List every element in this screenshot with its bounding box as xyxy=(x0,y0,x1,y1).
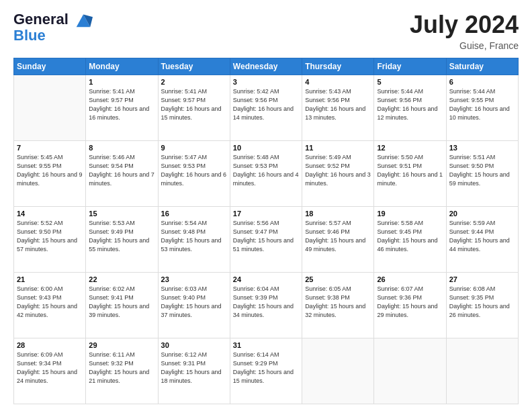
day-number: 26 xyxy=(377,275,443,283)
sunrise-text: Sunrise: 6:11 AM xyxy=(89,351,135,358)
sunset-text: Sunset: 9:55 PM xyxy=(17,163,62,169)
day-number: 12 xyxy=(377,144,443,152)
sunrise-text: Sunrise: 5:44 AM xyxy=(449,88,496,95)
calendar-cell: 13Sunrise: 5:51 AMSunset: 9:50 PMDayligh… xyxy=(446,141,518,207)
daylight-text: Daylight: 15 hours and 15 minutes. xyxy=(233,369,294,384)
day-info: Sunrise: 5:45 AMSunset: 9:55 PMDaylight:… xyxy=(17,153,83,188)
sunset-text: Sunset: 9:40 PM xyxy=(161,294,206,301)
day-number: 10 xyxy=(233,144,299,152)
sunrise-text: Sunrise: 5:47 AM xyxy=(161,154,208,161)
calendar-cell: 2Sunrise: 5:41 AMSunset: 9:57 PMDaylight… xyxy=(158,75,230,141)
day-number: 4 xyxy=(305,78,371,86)
calendar-cell: 20Sunrise: 5:59 AMSunset: 9:44 PMDayligh… xyxy=(446,207,518,273)
day-info: Sunrise: 6:11 AMSunset: 9:32 PMDaylight:… xyxy=(89,351,154,385)
calendar-cell: 26Sunrise: 6:07 AMSunset: 9:36 PMDayligh… xyxy=(374,273,446,338)
day-info: Sunrise: 5:41 AMSunset: 9:57 PMDaylight:… xyxy=(89,87,154,122)
day-number: 7 xyxy=(17,144,83,152)
calendar-cell: 10Sunrise: 5:48 AMSunset: 9:53 PMDayligh… xyxy=(230,141,302,207)
day-number: 14 xyxy=(17,210,83,218)
day-number: 24 xyxy=(233,275,299,283)
day-info: Sunrise: 6:09 AMSunset: 9:34 PMDaylight:… xyxy=(17,351,83,385)
daylight-text: Daylight: 16 hours and 14 minutes. xyxy=(233,105,294,121)
day-number: 20 xyxy=(449,210,515,218)
calendar-cell: 23Sunrise: 6:03 AMSunset: 9:40 PMDayligh… xyxy=(158,273,230,338)
day-info: Sunrise: 6:05 AMSunset: 9:38 PMDaylight:… xyxy=(305,285,371,320)
day-number: 6 xyxy=(449,78,515,86)
sunset-text: Sunset: 9:45 PM xyxy=(377,228,422,235)
day-number: 5 xyxy=(377,78,443,86)
sunset-text: Sunset: 9:57 PM xyxy=(161,97,206,103)
sunset-text: Sunset: 9:55 PM xyxy=(449,97,494,103)
sunrise-text: Sunrise: 5:56 AM xyxy=(233,220,279,226)
calendar-cell: 25Sunrise: 6:05 AMSunset: 9:38 PMDayligh… xyxy=(302,273,374,338)
sunrise-text: Sunrise: 6:02 AM xyxy=(89,285,135,292)
daylight-text: Daylight: 15 hours and 51 minutes. xyxy=(233,237,294,253)
daylight-text: Daylight: 15 hours and 26 minutes. xyxy=(449,303,510,318)
day-info: Sunrise: 5:42 AMSunset: 9:56 PMDaylight:… xyxy=(233,87,299,122)
daylight-text: Daylight: 15 hours and 42 minutes. xyxy=(17,303,77,318)
sunrise-text: Sunrise: 6:07 AM xyxy=(377,285,423,292)
sunset-text: Sunset: 9:44 PM xyxy=(449,228,494,235)
logo-icon xyxy=(74,11,93,30)
day-number: 8 xyxy=(89,144,154,152)
day-number: 18 xyxy=(305,210,371,218)
calendar-cell: 7Sunrise: 5:45 AMSunset: 9:55 PMDaylight… xyxy=(14,141,86,207)
day-info: Sunrise: 5:47 AMSunset: 9:53 PMDaylight:… xyxy=(161,153,227,188)
calendar-week-row: 21Sunrise: 6:00 AMSunset: 9:43 PMDayligh… xyxy=(14,273,519,338)
sunset-text: Sunset: 9:43 PM xyxy=(17,294,62,301)
daylight-text: Daylight: 15 hours and 44 minutes. xyxy=(449,237,510,253)
day-number: 17 xyxy=(233,210,299,218)
sunset-text: Sunset: 9:31 PM xyxy=(161,360,206,367)
day-number: 2 xyxy=(161,78,227,86)
sunset-text: Sunset: 9:32 PM xyxy=(89,360,134,367)
col-monday: Monday xyxy=(86,58,158,75)
col-wednesday: Wednesday xyxy=(230,58,302,75)
calendar-cell: 3Sunrise: 5:42 AMSunset: 9:56 PMDaylight… xyxy=(230,75,302,141)
day-info: Sunrise: 5:58 AMSunset: 9:45 PMDaylight:… xyxy=(377,219,443,254)
sunrise-text: Sunrise: 6:04 AM xyxy=(233,285,279,292)
sunset-text: Sunset: 9:34 PM xyxy=(17,360,62,367)
day-number: 31 xyxy=(233,341,299,349)
sunset-text: Sunset: 9:47 PM xyxy=(233,228,278,235)
calendar-cell: 11Sunrise: 5:49 AMSunset: 9:52 PMDayligh… xyxy=(302,141,374,207)
day-info: Sunrise: 6:02 AMSunset: 9:41 PMDaylight:… xyxy=(89,285,154,320)
calendar-cell: 19Sunrise: 5:58 AMSunset: 9:45 PMDayligh… xyxy=(374,207,446,273)
daylight-text: Daylight: 15 hours and 53 minutes. xyxy=(161,237,222,253)
sunset-text: Sunset: 9:41 PM xyxy=(89,294,134,301)
day-info: Sunrise: 5:41 AMSunset: 9:57 PMDaylight:… xyxy=(161,87,227,122)
calendar-cell: 8Sunrise: 5:46 AMSunset: 9:54 PMDaylight… xyxy=(86,141,158,207)
calendar-week-row: 14Sunrise: 5:52 AMSunset: 9:50 PMDayligh… xyxy=(14,207,519,273)
sunset-text: Sunset: 9:54 PM xyxy=(89,163,134,169)
day-number: 16 xyxy=(161,210,227,218)
daylight-text: Daylight: 15 hours and 29 minutes. xyxy=(377,303,437,318)
page: General Blue July 2024 Guise, France Sun… xyxy=(0,0,532,411)
sunset-text: Sunset: 9:39 PM xyxy=(233,294,278,301)
day-info: Sunrise: 5:52 AMSunset: 9:50 PMDaylight:… xyxy=(17,219,83,254)
day-info: Sunrise: 6:00 AMSunset: 9:43 PMDaylight:… xyxy=(17,285,83,320)
sunrise-text: Sunrise: 6:14 AM xyxy=(233,351,279,358)
day-info: Sunrise: 6:04 AMSunset: 9:39 PMDaylight:… xyxy=(233,285,299,320)
calendar-cell: 28Sunrise: 6:09 AMSunset: 9:34 PMDayligh… xyxy=(14,338,86,404)
daylight-text: Daylight: 15 hours and 21 minutes. xyxy=(89,369,149,384)
sunrise-text: Sunrise: 5:52 AM xyxy=(17,220,63,226)
day-number: 28 xyxy=(17,341,83,349)
calendar-cell: 17Sunrise: 5:56 AMSunset: 9:47 PMDayligh… xyxy=(230,207,302,273)
day-number: 11 xyxy=(305,144,371,152)
day-info: Sunrise: 5:54 AMSunset: 9:48 PMDaylight:… xyxy=(161,219,227,254)
sunset-text: Sunset: 9:56 PM xyxy=(305,97,350,103)
sunrise-text: Sunrise: 5:59 AM xyxy=(449,220,496,226)
sunrise-text: Sunrise: 5:57 AM xyxy=(305,220,351,226)
sunset-text: Sunset: 9:53 PM xyxy=(161,163,206,169)
sunrise-text: Sunrise: 5:44 AM xyxy=(377,88,423,95)
day-info: Sunrise: 5:44 AMSunset: 9:56 PMDaylight:… xyxy=(377,87,443,122)
day-info: Sunrise: 5:53 AMSunset: 9:49 PMDaylight:… xyxy=(89,219,154,254)
day-info: Sunrise: 6:14 AMSunset: 9:29 PMDaylight:… xyxy=(233,351,299,385)
daylight-text: Daylight: 15 hours and 59 minutes. xyxy=(449,171,510,187)
title-block: July 2024 Guise, France xyxy=(410,11,519,51)
daylight-text: Daylight: 15 hours and 55 minutes. xyxy=(89,237,149,253)
day-number: 13 xyxy=(449,144,515,152)
day-info: Sunrise: 6:03 AMSunset: 9:40 PMDaylight:… xyxy=(161,285,227,320)
sunset-text: Sunset: 9:48 PM xyxy=(161,228,206,235)
day-number: 15 xyxy=(89,210,154,218)
daylight-text: Daylight: 16 hours and 16 minutes. xyxy=(89,105,149,121)
